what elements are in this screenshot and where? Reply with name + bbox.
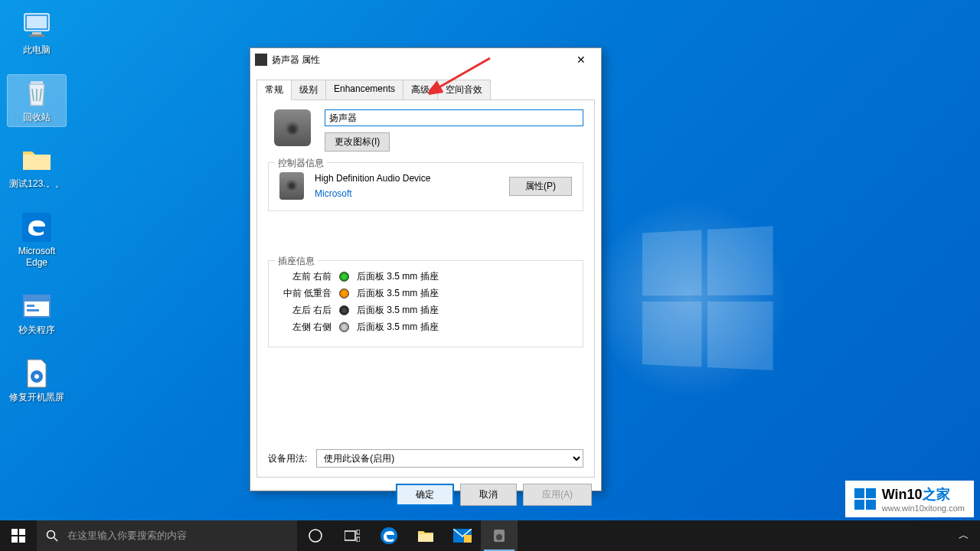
- svg-point-17: [47, 531, 55, 539]
- svg-rect-2: [32, 32, 41, 34]
- controller-icon: [279, 172, 304, 200]
- change-icon-button[interactable]: 更改图标(I): [325, 132, 390, 152]
- svg-rect-26: [464, 535, 472, 543]
- desktop-icon-fix-blackscreen[interactable]: 修复开机黑屏: [8, 355, 66, 407]
- svg-rect-22: [357, 537, 360, 542]
- usage-select[interactable]: 使用此设备(启用): [316, 449, 583, 468]
- tab-panel-general: 更改图标(I) 控制器信息 High Definition Audio Devi…: [256, 99, 595, 478]
- taskbar-edge-icon[interactable]: [371, 520, 407, 551]
- jack-row: 左侧 右侧 后面板 3.5 mm 插座: [279, 321, 572, 334]
- recycle-bin-icon: [21, 78, 52, 109]
- desktop-icon-folder-test[interactable]: 测试123.。。: [8, 142, 66, 194]
- jack-info-group: 插座信息 左前 右前 后面板 3.5 mm 插座 中前 低重音 后面板 3.5 …: [268, 260, 583, 347]
- desktop-icon-edge[interactable]: Microsoft Edge: [8, 209, 66, 272]
- jack-dot-icon: [339, 322, 349, 332]
- search-box[interactable]: 在这里输入你要搜索的内容: [37, 520, 297, 551]
- system-tray: ︿: [952, 520, 980, 551]
- svg-rect-8: [27, 305, 34, 307]
- close-button[interactable]: ✕: [566, 49, 596, 70]
- apply-button[interactable]: 应用(A): [523, 484, 592, 506]
- properties-button[interactable]: 属性(P): [509, 177, 572, 196]
- search-icon: [46, 530, 58, 542]
- svg-rect-20: [345, 531, 355, 540]
- dialog-title: 扬声器 属性: [272, 54, 566, 67]
- speaker-titlebar-icon: [255, 54, 267, 66]
- ok-button[interactable]: 确定: [396, 484, 454, 506]
- taskbar: 在这里输入你要搜索的内容 ︿: [0, 520, 980, 551]
- desktop-icon-this-pc[interactable]: 此电脑: [8, 8, 66, 60]
- device-name-input[interactable]: [325, 109, 583, 126]
- desktop-icon-recycle-bin[interactable]: 回收站: [8, 75, 66, 127]
- svg-rect-24: [418, 534, 433, 542]
- controller-name: High Definition Audio Device: [315, 173, 498, 184]
- cancel-button[interactable]: 取消: [460, 484, 517, 506]
- folder-icon: [21, 145, 52, 175]
- svg-rect-14: [19, 529, 25, 535]
- monitor-icon: [21, 11, 52, 41]
- svg-rect-3: [29, 34, 44, 37]
- jack-row: 左后 右后 后面板 3.5 mm 插座: [279, 304, 572, 317]
- gear-file-icon: [21, 358, 52, 389]
- taskbar-mail-icon[interactable]: [444, 520, 481, 551]
- tab-levels[interactable]: 级别: [291, 80, 326, 100]
- cortana-icon[interactable]: [297, 520, 334, 551]
- svg-rect-15: [11, 536, 18, 543]
- svg-point-19: [309, 530, 322, 542]
- tray-chevron-icon[interactable]: ︿: [952, 529, 975, 543]
- svg-rect-1: [27, 16, 47, 28]
- svg-point-11: [34, 374, 39, 379]
- tab-general[interactable]: 常规: [256, 80, 292, 100]
- svg-rect-9: [27, 309, 39, 311]
- svg-rect-7: [24, 295, 50, 302]
- svg-rect-21: [357, 530, 360, 534]
- svg-point-28: [496, 534, 502, 540]
- watermark: Win10之家 www.win10xitong.com: [845, 481, 974, 517]
- jack-row: 左前 右前 后面板 3.5 mm 插座: [279, 270, 572, 283]
- task-view-icon[interactable]: [334, 520, 371, 551]
- jack-row: 中前 低重音 后面板 3.5 mm 插座: [279, 287, 572, 300]
- controller-info-group: 控制器信息 High Definition Audio Device Micro…: [268, 162, 583, 211]
- speaker-properties-dialog: 扬声器 属性 ✕ 常规 级别 Enhancements 高级 空间音效 更改图标…: [250, 47, 602, 491]
- desktop-icon-quick-close[interactable]: 秒关程序: [8, 288, 66, 340]
- titlebar[interactable]: 扬声器 属性 ✕: [250, 48, 601, 71]
- taskbar-explorer-icon[interactable]: [407, 520, 444, 551]
- jack-dot-icon: [339, 272, 349, 282]
- taskbar-sound-icon[interactable]: [481, 520, 518, 551]
- jack-dot-icon: [339, 289, 349, 298]
- tab-spatial[interactable]: 空间音效: [437, 80, 491, 100]
- svg-rect-13: [11, 529, 18, 535]
- win-logo-icon: [854, 488, 876, 510]
- usage-label: 设备用法:: [268, 452, 307, 465]
- svg-rect-16: [19, 536, 25, 543]
- windows-logo-icon: [642, 226, 781, 379]
- desktop-icons: 此电脑 回收站 测试123.。。 Microsoft Edge 秒关程序 修复开…: [8, 8, 66, 406]
- tab-enhancements[interactable]: Enhancements: [325, 80, 403, 100]
- controller-vendor: Microsoft: [315, 188, 498, 199]
- start-button[interactable]: [0, 520, 37, 551]
- svg-line-18: [54, 538, 58, 542]
- edge-icon: [21, 212, 52, 243]
- jack-dot-icon: [339, 305, 349, 315]
- window-icon: [21, 291, 52, 321]
- svg-rect-4: [31, 81, 43, 84]
- speaker-icon: [274, 109, 311, 146]
- tabs: 常规 级别 Enhancements 高级 空间音效: [256, 80, 592, 100]
- tab-advanced[interactable]: 高级: [403, 80, 438, 100]
- svg-rect-5: [22, 213, 51, 242]
